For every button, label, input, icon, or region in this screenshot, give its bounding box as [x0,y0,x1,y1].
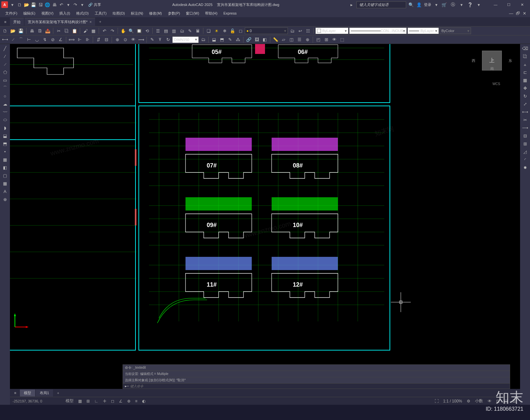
print-preview-icon[interactable]: 🖺 [36,27,43,34]
otrack-toggle-icon[interactable]: ∠ [118,398,124,404]
dim-edit-icon[interactable]: ✎ [148,36,156,43]
tolerance-icon[interactable]: ⊕ [114,36,121,43]
explode-icon[interactable]: ✸ [521,164,529,171]
locate-icon[interactable]: ⊕ [304,36,311,43]
dim-aligned-icon[interactable]: ⟋ [9,36,17,43]
isolate-icon[interactable]: 👁 [486,398,493,404]
dim-arc-icon[interactable]: ⌒ [17,36,25,43]
dim-break-icon[interactable]: ⊟ [103,36,110,43]
dim-space-icon[interactable]: ⇵ [95,36,102,43]
linetype-selector[interactable]: CON...INOUS ▾ [349,27,407,34]
block-editor-icon[interactable]: ▦ [90,27,97,34]
zoom-window-icon[interactable]: 🔲 [135,27,143,34]
menu-file[interactable]: 文件(F) [3,10,20,17]
erase-icon[interactable]: ⌫ [521,45,529,52]
fillet-icon[interactable]: ◜ [521,156,529,163]
gear-icon[interactable]: ⚙ [465,398,472,404]
grid-toggle-icon[interactable]: ▦ [77,398,83,404]
help-icon[interactable]: ❔ [467,2,473,8]
layer-freeze-icon[interactable]: ❄ [221,27,228,34]
login-button[interactable]: 登录 [424,2,431,7]
tool-palettes-icon[interactable]: ▥ [170,27,178,34]
dim-diameter-icon[interactable]: ⊘ [49,36,56,43]
named-views-icon[interactable]: 👁 [331,36,338,43]
chamfer-icon[interactable]: ◿ [521,148,529,155]
markup-icon[interactable]: ✎ [186,27,193,34]
command-input[interactable] [130,384,508,388]
dimstyle-selector[interactable]: DIMN150 ▾ [172,36,199,43]
region-icon[interactable]: ◫ [288,36,295,43]
lwt-toggle-icon[interactable]: ≡ [134,398,139,404]
insert-block-icon[interactable]: ⬓ [210,36,218,43]
minimize-button[interactable]: — [489,0,502,9]
web-icon[interactable]: 🌐 [44,2,50,8]
menu-format[interactable]: 格式(O) [74,10,91,17]
tab-new-icon[interactable]: ＋ [96,18,105,25]
transp-toggle-icon[interactable]: ◐ [141,398,147,404]
app-logo[interactable]: A [1,1,8,8]
table-icon[interactable]: ▦ [1,180,9,187]
paste-icon[interactable]: 📋 [71,27,78,34]
menu-param[interactable]: 参数(P) [165,10,183,17]
move-icon[interactable]: ✥ [521,84,529,92]
match-prop-icon[interactable]: 🖌 [82,27,89,34]
status-coordinates[interactable]: -252197, 36736, 0 [13,399,62,403]
dcenter-icon[interactable]: ▤ [162,27,170,34]
close-button[interactable]: ✕ [515,0,529,9]
zoom-realtime-icon[interactable]: 🔍 [128,27,135,34]
menu-draw[interactable]: 绘图(D) [110,10,128,17]
menu-insert[interactable]: 插入(I) [57,10,73,17]
search-icon[interactable]: 🔍 [408,2,414,8]
layer-prev-icon[interactable]: ↩ [296,27,304,34]
offset-icon[interactable]: ⊏ [521,69,529,76]
window-tool-icon[interactable]: ◰ [315,36,322,43]
plot-icon[interactable]: 🖶 [51,2,57,8]
menu-edit[interactable]: 编辑(E) [21,10,38,17]
dim-update-icon[interactable]: ↻ [164,36,172,43]
maximize-button[interactable]: ☐ [502,0,515,9]
circle-icon[interactable]: ○ [1,92,9,100]
copy2-icon[interactable]: ⿻ [521,53,529,60]
child-min-icon[interactable]: — [508,10,514,16]
plotstyle-selector[interactable]: ByColor ▾ [440,27,471,34]
redo-icon[interactable]: ↷ [72,2,78,8]
viewcube-west[interactable]: 西 [472,58,475,63]
array-icon[interactable]: ▦ [521,76,529,84]
create-block-icon[interactable]: ⬒ [218,36,226,43]
publish-icon[interactable]: 📤 [44,27,51,34]
line-icon[interactable]: ╱ [1,45,9,52]
extend-icon[interactable]: ⟶ [521,124,529,131]
undo-drop-icon[interactable]: ▾ [65,2,71,8]
menu-window[interactable]: 窗口(W) [183,10,202,17]
pan-icon[interactable]: ✋ [120,27,127,34]
point-icon[interactable]: • [1,148,9,155]
area-icon[interactable]: ▱ [280,36,287,43]
app-menu-dropdown-icon[interactable]: ▾ [9,2,15,8]
quickcalc-icon[interactable]: 🖩 [194,27,201,34]
menu-tools[interactable]: 工具(T) [92,10,109,17]
inspect-icon[interactable]: 👁 [130,36,137,43]
trim-icon[interactable]: ✂ [521,116,529,123]
viewcube-south[interactable]: 南 [490,66,494,71]
open-file-icon[interactable]: 📂 [9,27,17,34]
dim-linear-icon[interactable]: ⟷ [1,36,9,43]
xref-icon[interactable]: 🔗 [245,36,252,43]
dim-ordinate-icon[interactable]: ⊢ [25,36,32,43]
mirror-icon[interactable]: ⟁ [521,61,529,68]
rotate-icon[interactable]: ↻ [521,92,529,100]
menu-modify[interactable]: 修改(M) [146,10,165,17]
polygon-icon[interactable]: ⬠ [1,69,9,76]
pline-icon[interactable]: ⟋ [1,61,9,68]
print-icon[interactable]: 🖶 [28,27,35,34]
sheet-set-icon[interactable]: 🗂 [178,27,186,34]
arc2-icon[interactable]: ⌒ [1,84,9,92]
user-icon[interactable]: 👤 [416,2,422,8]
save-icon[interactable]: 💾 [30,2,36,8]
layer-sun-icon[interactable]: ☀ [213,27,220,34]
cart-icon[interactable]: 🛒 [441,2,447,8]
info-drop-icon[interactable]: ▾ [458,2,464,8]
menu-view[interactable]: 视图(V) [39,10,56,17]
list-icon[interactable]: ☰ [296,36,303,43]
units-button[interactable]: 小数 [474,397,484,404]
layer-color-icon[interactable]: ◻ [237,27,244,34]
